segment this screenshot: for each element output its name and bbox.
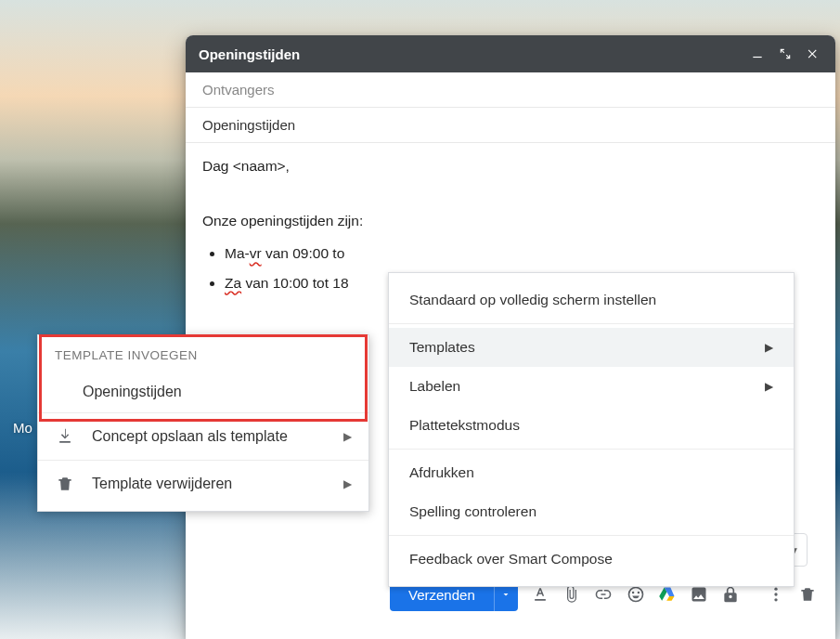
minimize-icon[interactable] — [748, 45, 767, 63]
drive-icon[interactable] — [658, 584, 677, 605]
svg-rect-0 — [753, 57, 761, 58]
body-intro: Onze openingstijden zijn: — [202, 207, 819, 234]
menu-item-smartcompose[interactable]: Feedback over Smart Compose — [389, 540, 794, 579]
emoji-icon[interactable] — [626, 584, 644, 605]
expand-icon[interactable] — [776, 45, 795, 63]
list-item: Ma-vr van 09:00 to — [225, 240, 819, 267]
image-icon[interactable] — [690, 584, 708, 605]
menu-item-label[interactable]: Labelen▶ — [389, 367, 794, 406]
chevron-right-icon: ▶ — [765, 341, 773, 354]
link-icon[interactable] — [594, 584, 613, 605]
more-options-icon[interactable] — [766, 584, 784, 605]
templates-insert-header: TEMPLATE INVOEGEN — [38, 335, 368, 372]
menu-item-plaintext[interactable]: Plattetekstmodus — [389, 406, 794, 445]
attach-icon[interactable] — [562, 584, 581, 605]
template-item-openingstijden[interactable]: Openingstijden — [38, 372, 368, 412]
trash-icon — [55, 474, 75, 494]
text-format-icon[interactable] — [531, 584, 549, 605]
menu-item-print[interactable]: Afdrukken — [389, 453, 794, 492]
svg-point-3 — [774, 598, 777, 601]
templates-submenu: TEMPLATE INVOEGEN Openingstijden Concept… — [37, 334, 369, 512]
recipients-field[interactable]: Ontvangers — [186, 72, 835, 108]
svg-point-2 — [774, 593, 777, 595]
compose-titlebar: Openingstijden — [186, 35, 835, 72]
menu-item-templates[interactable]: Templates▶ — [389, 328, 794, 367]
bg-label: Mo — [13, 420, 32, 436]
template-delete[interactable]: Template verwijderen ▶ — [38, 460, 368, 507]
svg-point-1 — [774, 588, 777, 591]
discard-icon[interactable] — [798, 584, 817, 605]
chevron-right-icon: ▶ — [343, 430, 352, 443]
menu-item-fullscreen[interactable]: Standaard op volledig scherm instellen — [389, 280, 794, 320]
more-options-menu: Standaard op volledig scherm instellen T… — [388, 272, 795, 587]
body-greeting: Dag <naam>, — [202, 152, 819, 179]
download-icon — [55, 426, 75, 447]
confidential-icon[interactable] — [721, 584, 740, 605]
chevron-right-icon: ▶ — [765, 380, 773, 393]
chevron-right-icon: ▶ — [343, 477, 352, 490]
close-icon[interactable] — [804, 45, 822, 63]
subject-field[interactable]: Openingstijden — [186, 108, 835, 143]
compose-title: Openingstijden — [199, 46, 739, 62]
menu-item-spellcheck[interactable]: Spelling controleren — [389, 492, 794, 531]
template-save-as[interactable]: Concept opslaan als template ▶ — [38, 412, 368, 460]
